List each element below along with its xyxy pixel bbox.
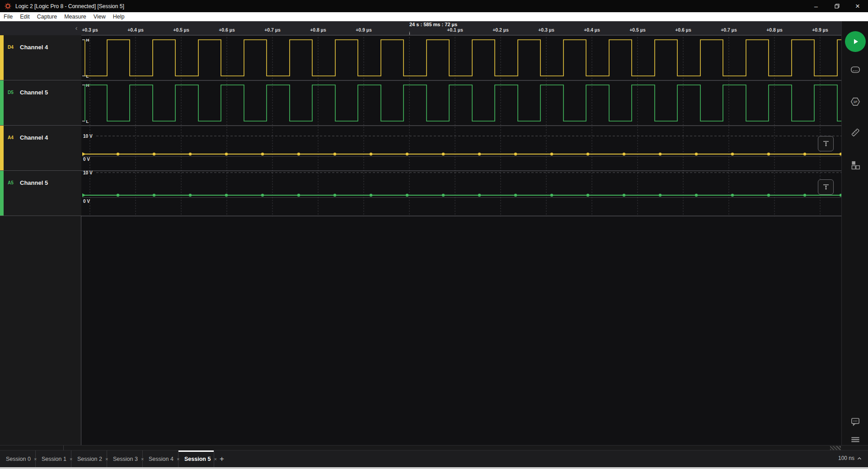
ruler-absolute-time-label: 24 s : 585 ms : 72 µs (409, 22, 457, 27)
analyzers-badge: 1F (853, 100, 858, 104)
channel-id-badge: D5 (8, 90, 14, 95)
channel-row-a4[interactable]: A4Channel 4 (0, 126, 81, 171)
session-tab-label: Session 3 (113, 456, 138, 462)
extensions-icon[interactable] (849, 159, 861, 171)
svg-text:0 V: 0 V (83, 157, 90, 162)
main-menu-icon[interactable] (849, 434, 861, 446)
svg-text:10 V: 10 V (83, 170, 93, 175)
menu-item-help[interactable]: Help (109, 12, 128, 21)
channel-id-badge: A5 (8, 180, 14, 185)
timing-marker-control[interactable]: 100 ns (838, 455, 862, 461)
session-tab-label: Session 1 (42, 456, 66, 462)
scrollbar-grip[interactable] (830, 446, 841, 450)
menu-item-view[interactable]: View (90, 12, 109, 21)
app-logo-icon (5, 3, 11, 9)
menu-item-capture[interactable]: Capture (33, 12, 61, 21)
close-button[interactable]: × (847, 0, 868, 12)
collapse-panel-chevron-icon[interactable]: ‹ (72, 23, 80, 32)
app-window: Logic 2 [Logic Pro 8 - Connected] [Sessi… (0, 0, 868, 469)
analog-scale-button-a5[interactable] (818, 179, 834, 195)
session-tab-label: Session 2 (77, 456, 102, 462)
measurements-icon[interactable] (849, 127, 861, 138)
chevron-up-icon (857, 457, 862, 460)
svg-text:H: H (86, 38, 89, 42)
horizontal-scrollbar[interactable] (0, 445, 868, 450)
svg-text:L: L (86, 119, 89, 124)
menu-bar: FileEditCaptureMeasureViewHelp (0, 12, 868, 21)
channel-name-label: Channel 4 (20, 44, 48, 51)
channel-id-badge: D4 (8, 45, 14, 50)
window-controls: – × (806, 0, 868, 12)
session-tab-5[interactable]: Session 5× (178, 450, 214, 467)
menu-item-edit[interactable]: Edit (16, 12, 33, 21)
session-tab-label: Session 0 (6, 456, 31, 462)
bottom-edge-strip (0, 467, 868, 469)
right-sidebar: 1F (841, 21, 868, 450)
close-tab-icon[interactable]: × (214, 456, 216, 462)
channel-color-strip (0, 126, 4, 170)
session-tab-3[interactable]: Session 3× (107, 450, 143, 467)
svg-text:10 V: 10 V (83, 134, 93, 139)
session-tab-2[interactable]: Session 2× (71, 450, 107, 467)
minimize-button[interactable]: – (806, 0, 826, 12)
session-tab-4[interactable]: Session 4× (143, 450, 178, 467)
analyzers-icon[interactable]: 1F (849, 96, 861, 108)
session-tab-label: Session 5 (184, 456, 211, 462)
menu-item-measure[interactable]: Measure (61, 12, 90, 21)
window-title: Logic 2 [Logic Pro 8 - Connected] [Sessi… (15, 3, 124, 9)
channel-name-label: Channel 4 (20, 134, 48, 141)
channel-name-label: Channel 5 (20, 179, 48, 186)
waveform-plot[interactable]: HLHL10 V0 V10 V0 V (81, 32, 841, 216)
fit-vertical-scale-icon (822, 183, 830, 191)
channel-id-badge: A4 (8, 135, 14, 140)
session-tab-bar: Session 0×Session 1×Session 2×Session 3×… (0, 450, 868, 467)
title-bar: Logic 2 [Logic Pro 8 - Connected] [Sessi… (0, 0, 868, 12)
timing-marker-label: 100 ns (838, 455, 854, 461)
session-tab-1[interactable]: Session 1× (36, 450, 71, 467)
feedback-icon[interactable] (849, 416, 861, 427)
channel-color-strip (0, 80, 4, 125)
svg-text:0 V: 0 V (83, 199, 90, 204)
channel-color-strip (0, 35, 4, 80)
session-tab-label: Session 4 (149, 456, 174, 462)
channel-row-d4[interactable]: D4Channel 4 (0, 35, 81, 80)
play-icon (851, 37, 860, 46)
fit-vertical-scale-icon (822, 140, 830, 148)
channel-row-d5[interactable]: D5Channel 5 (0, 80, 81, 126)
device-settings-icon[interactable] (849, 64, 861, 75)
menu-item-file[interactable]: File (0, 12, 16, 21)
analog-scale-button-a4[interactable] (818, 136, 834, 151)
channel-label-column: D4Channel 4D5Channel 5A4Channel 4A5Chann… (0, 35, 81, 445)
session-tab-0[interactable]: Session 0× (0, 450, 36, 467)
channel-row-a5[interactable]: A5Channel 5 (0, 171, 81, 216)
restore-button[interactable] (826, 0, 847, 12)
start-capture-button[interactable] (845, 31, 866, 52)
channel-color-strip (0, 171, 4, 216)
channel-name-label: Channel 5 (20, 89, 48, 96)
